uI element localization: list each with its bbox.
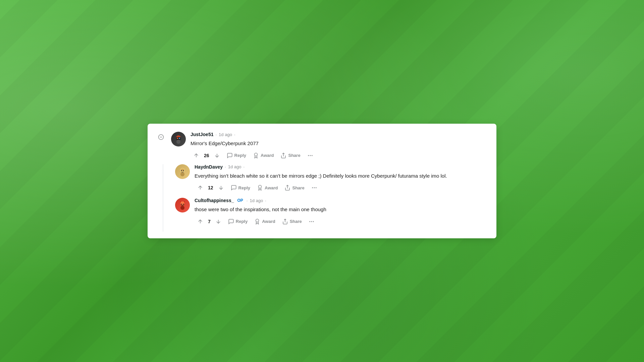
top-reply-label: Reply [234,153,246,158]
reply2-share-label: Share [290,219,302,224]
avatar-haydn [175,164,190,179]
svg-point-25 [183,204,184,205]
top-upvote-button[interactable] [191,151,202,160]
svg-point-19 [312,187,313,188]
top-comment-header: JustJoe51 · 1d ago · [191,132,488,137]
top-comment-body: JustJoe51 · 1d ago · Mirror's Edge/Cyber… [191,132,488,160]
svg-point-10 [310,155,311,156]
thread-container: HaydnDavey · 1d ago · Everything isn't b… [156,164,488,232]
reply1-username[interactable]: HaydnDavey [195,164,223,170]
reply1-downvote-button[interactable] [215,183,227,192]
reply2-award-label: Award [262,219,275,224]
avatar [171,132,186,146]
svg-point-31 [313,221,314,222]
reply1-more-button[interactable] [309,183,320,192]
reply2-more-button[interactable] [306,217,317,226]
avatar-cult [175,198,190,213]
top-award-label: Award [261,153,274,158]
reply2-action-bar: 7 Reply [195,217,488,226]
svg-point-15 [183,170,184,171]
svg-point-30 [311,221,312,222]
svg-point-27 [256,219,259,222]
top-comment-text: Mirror's Edge/Cyberpunk 2077 [191,140,488,147]
comment-card: JustJoe51 · 1d ago · Mirror's Edge/Cyber… [148,124,496,238]
reply1-upvote-button[interactable] [195,183,206,192]
reply2-downvote-button[interactable] [213,217,224,226]
top-vote-count: 26 [204,153,209,158]
svg-rect-5 [179,138,180,139]
reply1-award-button[interactable]: Award [254,183,281,192]
reply1-share-label: Share [292,185,304,190]
top-share-button[interactable]: Share [278,151,303,160]
top-reply-button[interactable]: Reply [224,151,249,160]
svg-point-9 [308,155,309,156]
svg-rect-4 [177,138,178,139]
reply2-share-button[interactable]: Share [279,217,305,226]
svg-point-11 [311,155,312,156]
top-downvote-button[interactable] [211,151,223,160]
thread-line[interactable] [163,164,163,232]
reply2-reply-label: Reply [236,219,248,224]
reply2-vote-count: 7 [208,219,211,224]
nested-comments: HaydnDavey · 1d ago · Everything isn't b… [170,164,488,232]
svg-point-6 [176,140,180,144]
top-username[interactable]: JustJoe51 [191,132,213,137]
reply-haydndavey: HaydnDavey · 1d ago · Everything isn't b… [175,164,488,193]
reply1-text: Everything isn't bleach white so it can'… [195,172,488,180]
reply2-reply-button[interactable]: Reply [225,217,250,226]
reply1-share-button[interactable]: Share [282,183,307,192]
reply2-username[interactable]: Cultofhappiness_ [195,198,234,203]
svg-point-29 [309,221,310,222]
svg-point-16 [180,172,184,176]
thread-line-col [156,164,170,232]
svg-point-24 [181,204,182,205]
top-more-button[interactable] [305,151,316,160]
top-action-bar: 26 Reply [191,151,488,160]
svg-point-20 [314,187,315,188]
reply2-award-button[interactable]: Award [252,217,278,226]
reply1-vote-count: 12 [208,185,213,190]
reply1-reply-label: Reply [238,185,250,190]
reply1-award-label: Award [265,185,278,190]
reply2-timestamp: 1d ago [250,198,263,203]
reply2-upvote-button[interactable] [195,217,206,226]
reply1-timestamp: 1d ago [228,164,241,169]
svg-point-17 [258,185,261,188]
svg-point-14 [181,170,182,171]
op-badge: OP [236,198,244,203]
top-comment: JustJoe51 · 1d ago · Mirror's Edge/Cyber… [156,132,488,160]
reply2-text: those were two of the inspirations, not … [195,206,488,214]
top-timestamp: 1d ago [219,132,232,137]
svg-point-21 [315,187,316,188]
top-award-button[interactable]: Award [250,151,277,160]
reply1-action-bar: 12 Reply [195,183,488,192]
reply-cultofhappiness: Cultofhappiness_ OP · 1d ago · those wer… [175,198,488,226]
collapse-button[interactable] [156,132,166,142]
svg-point-26 [180,206,184,210]
reply1-reply-button[interactable]: Reply [228,183,253,192]
svg-point-7 [254,153,257,156]
top-vote-section: 26 [191,151,223,160]
top-share-label: Share [288,153,300,158]
